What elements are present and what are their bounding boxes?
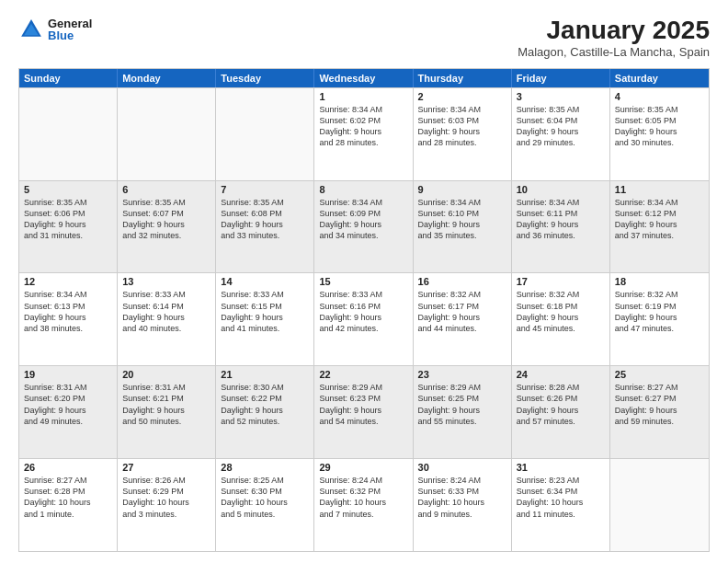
cell-line: Daylight: 9 hours bbox=[221, 312, 309, 323]
day-header-monday: Monday bbox=[118, 69, 216, 87]
cell-line: Daylight: 9 hours bbox=[418, 312, 506, 323]
day-number: 12 bbox=[24, 276, 112, 287]
day-cell-11: 11Sunrise: 8:34 AMSunset: 6:12 PMDayligh… bbox=[610, 181, 709, 273]
cell-line: Sunset: 6:09 PM bbox=[319, 208, 407, 219]
cell-line: Sunset: 6:22 PM bbox=[221, 393, 309, 404]
cell-line: Sunrise: 8:34 AM bbox=[24, 289, 112, 300]
cell-line: Sunset: 6:10 PM bbox=[418, 208, 506, 219]
cell-line: Daylight: 9 hours bbox=[517, 312, 605, 323]
cell-line: Sunrise: 8:34 AM bbox=[319, 104, 407, 115]
day-cell-12: 12Sunrise: 8:34 AMSunset: 6:13 PMDayligh… bbox=[19, 273, 118, 365]
day-number: 20 bbox=[122, 369, 210, 380]
cell-line: Sunrise: 8:34 AM bbox=[517, 197, 605, 208]
cell-line: Sunrise: 8:35 AM bbox=[615, 104, 704, 115]
cell-line: Sunrise: 8:34 AM bbox=[319, 197, 407, 208]
calendar-row: 5Sunrise: 8:35 AMSunset: 6:06 PMDaylight… bbox=[19, 180, 709, 273]
cell-line: Sunset: 6:33 PM bbox=[418, 486, 506, 497]
cell-line: Sunrise: 8:34 AM bbox=[418, 104, 506, 115]
cell-line: Sunset: 6:30 PM bbox=[221, 486, 309, 497]
cell-line: and 32 minutes. bbox=[122, 230, 210, 241]
subtitle: Malagon, Castille-La Mancha, Spain bbox=[518, 45, 710, 59]
day-number: 22 bbox=[319, 369, 407, 380]
calendar-body: 1Sunrise: 8:34 AMSunset: 6:02 PMDaylight… bbox=[19, 87, 709, 551]
day-cell-18: 18Sunrise: 8:32 AMSunset: 6:19 PMDayligh… bbox=[610, 273, 709, 365]
day-number: 11 bbox=[615, 184, 704, 195]
day-cell-24: 24Sunrise: 8:28 AMSunset: 6:26 PMDayligh… bbox=[512, 366, 610, 458]
day-cell-2: 2Sunrise: 8:34 AMSunset: 6:03 PMDaylight… bbox=[414, 88, 512, 180]
cell-line: and 49 minutes. bbox=[24, 416, 112, 427]
cell-line: and 28 minutes. bbox=[418, 137, 506, 148]
day-number: 8 bbox=[319, 184, 407, 195]
cell-line: Sunset: 6:29 PM bbox=[122, 486, 210, 497]
cell-line: Daylight: 9 hours bbox=[517, 126, 605, 137]
cell-line: Sunrise: 8:34 AM bbox=[418, 197, 506, 208]
day-cell-8: 8Sunrise: 8:34 AMSunset: 6:09 PMDaylight… bbox=[314, 181, 413, 273]
cell-line: Sunset: 6:07 PM bbox=[122, 208, 210, 219]
cell-line: Sunset: 6:02 PM bbox=[319, 115, 407, 126]
cell-line: Sunset: 6:27 PM bbox=[615, 393, 704, 404]
calendar-header: SundayMondayTuesdayWednesdayThursdayFrid… bbox=[19, 69, 709, 87]
cell-line: Sunset: 6:18 PM bbox=[517, 301, 605, 312]
day-number: 23 bbox=[418, 369, 506, 380]
day-cell-30: 30Sunrise: 8:24 AMSunset: 6:33 PMDayligh… bbox=[414, 459, 512, 551]
cell-line: and 9 minutes. bbox=[418, 509, 506, 520]
day-cell-4: 4Sunrise: 8:35 AMSunset: 6:05 PMDaylight… bbox=[610, 88, 709, 180]
cell-line: and 59 minutes. bbox=[615, 416, 704, 427]
cell-line: and 11 minutes. bbox=[517, 509, 605, 520]
cell-line: and 7 minutes. bbox=[319, 509, 407, 520]
day-header-sunday: Sunday bbox=[19, 69, 118, 87]
cell-line: and 31 minutes. bbox=[24, 230, 112, 241]
day-number: 6 bbox=[122, 184, 210, 195]
cell-line: Daylight: 9 hours bbox=[517, 219, 605, 230]
cell-line: Sunset: 6:20 PM bbox=[24, 393, 112, 404]
cell-line: Sunrise: 8:31 AM bbox=[24, 382, 112, 393]
cell-line: and 50 minutes. bbox=[122, 416, 210, 427]
cell-line: Daylight: 9 hours bbox=[615, 219, 704, 230]
day-number: 29 bbox=[319, 462, 407, 473]
cell-line: Daylight: 9 hours bbox=[615, 312, 704, 323]
cell-line: Sunrise: 8:33 AM bbox=[122, 289, 210, 300]
cell-line: Daylight: 10 hours bbox=[319, 497, 407, 508]
cell-line: Sunrise: 8:27 AM bbox=[615, 382, 704, 393]
day-number: 15 bbox=[319, 276, 407, 287]
cell-line: and 45 minutes. bbox=[517, 323, 605, 334]
day-cell-3: 3Sunrise: 8:35 AMSunset: 6:04 PMDaylight… bbox=[512, 88, 610, 180]
day-number: 7 bbox=[221, 184, 309, 195]
day-cell-25: 25Sunrise: 8:27 AMSunset: 6:27 PMDayligh… bbox=[610, 366, 709, 458]
cell-line: Daylight: 9 hours bbox=[24, 312, 112, 323]
cell-line: Sunset: 6:12 PM bbox=[615, 208, 704, 219]
cell-line: Daylight: 9 hours bbox=[319, 405, 407, 416]
day-cell-23: 23Sunrise: 8:29 AMSunset: 6:25 PMDayligh… bbox=[414, 366, 512, 458]
cell-line: Sunrise: 8:27 AM bbox=[24, 475, 112, 486]
cell-line: Sunset: 6:11 PM bbox=[517, 208, 605, 219]
cell-line: Sunset: 6:04 PM bbox=[517, 115, 605, 126]
day-cell-14: 14Sunrise: 8:33 AMSunset: 6:15 PMDayligh… bbox=[216, 273, 314, 365]
cell-line: Daylight: 9 hours bbox=[24, 219, 112, 230]
day-cell-10: 10Sunrise: 8:34 AMSunset: 6:11 PMDayligh… bbox=[512, 181, 610, 273]
cell-line: Sunrise: 8:29 AM bbox=[418, 382, 506, 393]
cell-line: Sunrise: 8:32 AM bbox=[615, 289, 704, 300]
day-number: 2 bbox=[418, 91, 506, 102]
cell-line: Daylight: 10 hours bbox=[418, 497, 506, 508]
cell-line: Sunset: 6:34 PM bbox=[517, 486, 605, 497]
cell-line: and 28 minutes. bbox=[319, 137, 407, 148]
day-cell-13: 13Sunrise: 8:33 AMSunset: 6:14 PMDayligh… bbox=[118, 273, 216, 365]
cell-line: Daylight: 9 hours bbox=[221, 219, 309, 230]
day-cell-7: 7Sunrise: 8:35 AMSunset: 6:08 PMDaylight… bbox=[216, 181, 314, 273]
cell-line: Daylight: 9 hours bbox=[418, 219, 506, 230]
cell-line: Sunset: 6:03 PM bbox=[418, 115, 506, 126]
day-cell-17: 17Sunrise: 8:32 AMSunset: 6:18 PMDayligh… bbox=[512, 273, 610, 365]
cell-line: and 3 minutes. bbox=[122, 509, 210, 520]
cell-line: and 44 minutes. bbox=[418, 323, 506, 334]
calendar-row: 26Sunrise: 8:27 AMSunset: 6:28 PMDayligh… bbox=[19, 458, 709, 551]
cell-line: Daylight: 9 hours bbox=[418, 126, 506, 137]
day-number: 31 bbox=[517, 462, 605, 473]
day-number: 27 bbox=[122, 462, 210, 473]
page: General Blue January 2025 Malagon, Casti… bbox=[0, 0, 728, 563]
cell-line: and 57 minutes. bbox=[517, 416, 605, 427]
cell-line: Daylight: 10 hours bbox=[517, 497, 605, 508]
cell-line: and 30 minutes. bbox=[615, 137, 704, 148]
cell-line: and 5 minutes. bbox=[221, 509, 309, 520]
empty-cell bbox=[216, 88, 314, 180]
day-cell-27: 27Sunrise: 8:26 AMSunset: 6:29 PMDayligh… bbox=[118, 459, 216, 551]
